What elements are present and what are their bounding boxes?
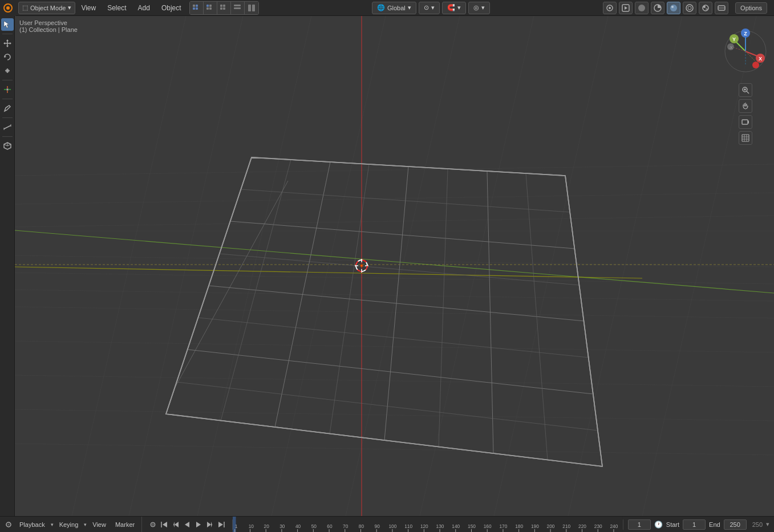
- tool-add-cube[interactable]: [1, 140, 14, 152]
- svg-marker-144: [185, 522, 189, 527]
- render-btn[interactable]: [619, 2, 633, 14]
- extra-icon: ▾: [766, 521, 769, 528]
- frame-end-input[interactable]: [724, 519, 747, 530]
- proportional-btn[interactable]: ◎ ▾: [468, 2, 490, 14]
- view-menu[interactable]: View: [89, 517, 110, 533]
- proportional-icon: ◎: [473, 4, 479, 11]
- scene-icon-btn[interactable]: [603, 2, 617, 14]
- header-icon-4[interactable]: [231, 2, 245, 14]
- header-icon-1[interactable]: [190, 2, 204, 14]
- svg-text:210: 210: [563, 523, 571, 529]
- scene-keyframe-btn[interactable]: [3, 519, 14, 530]
- keyframe-indicator: [148, 519, 158, 530]
- jump-to-start-btn[interactable]: [159, 519, 169, 530]
- svg-rect-14: [234, 5, 241, 6]
- svg-point-1: [6, 6, 10, 10]
- hand-pan-btn[interactable]: [739, 99, 752, 113]
- current-frame-input[interactable]: [628, 519, 651, 530]
- svg-point-30: [706, 8, 708, 10]
- overlay-btn[interactable]: [699, 2, 712, 14]
- svg-marker-145: [196, 522, 201, 527]
- svg-text:230: 230: [594, 523, 602, 529]
- mode-chevron: ▾: [68, 4, 71, 11]
- shading-icon-3[interactable]: [667, 2, 680, 14]
- clock-icon: 🕐: [654, 521, 663, 529]
- prev-keyframe-btn[interactable]: [171, 519, 181, 530]
- transform-chevron: ▾: [408, 4, 411, 11]
- svg-text:90: 90: [375, 523, 380, 529]
- snap-icon: 🧲: [447, 4, 455, 11]
- svg-point-29: [703, 6, 706, 8]
- svg-text:X: X: [759, 56, 762, 62]
- tool-cursor[interactable]: [1, 18, 14, 31]
- svg-marker-33: [4, 21, 9, 28]
- timeline-ruler[interactable]: 1 10 20 30 40 50 60 70 80 90: [233, 517, 623, 533]
- play-backward-btn[interactable]: [182, 519, 192, 530]
- svg-marker-146: [207, 522, 211, 527]
- extra-label: 250: [752, 521, 763, 528]
- zoom-in-btn[interactable]: [739, 83, 752, 97]
- svg-text:80: 80: [359, 523, 364, 529]
- tool-separator-1: [2, 34, 13, 34]
- svg-text:30: 30: [279, 523, 285, 529]
- menu-view[interactable]: View: [75, 0, 102, 16]
- playback-chevron: ▾: [51, 522, 54, 527]
- tool-annotate[interactable]: [1, 102, 14, 115]
- tool-transform[interactable]: [1, 83, 14, 96]
- xray-btn[interactable]: [715, 2, 728, 14]
- shading-icon-2[interactable]: [651, 2, 664, 14]
- svg-rect-10: [220, 5, 222, 7]
- svg-rect-9: [209, 7, 212, 10]
- svg-marker-143: [173, 522, 175, 527]
- viewport-3d[interactable]: [15, 16, 774, 516]
- menu-select[interactable]: Select: [102, 0, 132, 16]
- svg-point-125: [752, 62, 759, 68]
- svg-text:200: 200: [547, 523, 555, 529]
- snap-btn[interactable]: 🧲 ▾: [442, 2, 466, 14]
- tool-measure[interactable]: [1, 121, 14, 133]
- svg-text:50: 50: [311, 523, 317, 529]
- svg-rect-130: [742, 120, 748, 124]
- camera-btn[interactable]: [739, 115, 752, 129]
- frame-counter: 🕐 Start End 250 ▾: [623, 519, 774, 530]
- header-icon-3[interactable]: [217, 2, 231, 14]
- bottom-bar: Playback ▾ Keying ▾ View Marker: [0, 516, 774, 532]
- nav-gizmo[interactable]: Y Z X -X: [723, 29, 768, 74]
- right-controls: Y Z X -X: [723, 29, 768, 145]
- shading-icon-1[interactable]: [635, 2, 649, 14]
- svg-text:-X: -X: [729, 46, 733, 50]
- header-icon-2[interactable]: [204, 2, 217, 14]
- next-keyframe-btn[interactable]: [205, 519, 215, 530]
- tool-move[interactable]: [1, 37, 14, 50]
- svg-point-19: [609, 7, 611, 9]
- keying-menu[interactable]: Keying: [56, 517, 82, 533]
- transform-space-btn[interactable]: 🌐 Global ▾: [372, 2, 416, 14]
- play-forward-btn[interactable]: [193, 519, 204, 530]
- pivot-btn[interactable]: ⊙ ▾: [419, 2, 440, 14]
- mode-selector[interactable]: ⬚ Object Mode ▾: [18, 2, 75, 14]
- svg-point-46: [6, 88, 9, 91]
- svg-text:1: 1: [235, 523, 238, 529]
- svg-line-48: [4, 125, 11, 129]
- jump-to-end-btn[interactable]: [216, 519, 226, 530]
- playback-menu[interactable]: Playback: [16, 517, 48, 533]
- menu-object[interactable]: Object: [156, 0, 187, 16]
- shading-icon-4[interactable]: [683, 2, 696, 14]
- start-label: Start: [666, 521, 679, 528]
- frame-start-input[interactable]: [683, 519, 706, 530]
- tool-scale[interactable]: [1, 64, 14, 77]
- svg-text:170: 170: [500, 523, 508, 529]
- menu-add[interactable]: Add: [132, 0, 156, 16]
- svg-marker-142: [175, 522, 179, 527]
- grid-btn[interactable]: [739, 131, 752, 145]
- svg-marker-140: [163, 522, 167, 527]
- pivot-icon: ⊙: [424, 4, 429, 11]
- tool-rotate[interactable]: [1, 51, 14, 63]
- svg-text:140: 140: [452, 523, 460, 529]
- tool-separator-2: [2, 80, 13, 80]
- timeline-controls: Playback ▾ Keying ▾ View Marker: [0, 517, 142, 533]
- options-button[interactable]: Options: [735, 2, 767, 14]
- svg-rect-7: [209, 5, 212, 7]
- marker-menu[interactable]: Marker: [112, 517, 138, 533]
- header-icon-5[interactable]: [245, 2, 258, 14]
